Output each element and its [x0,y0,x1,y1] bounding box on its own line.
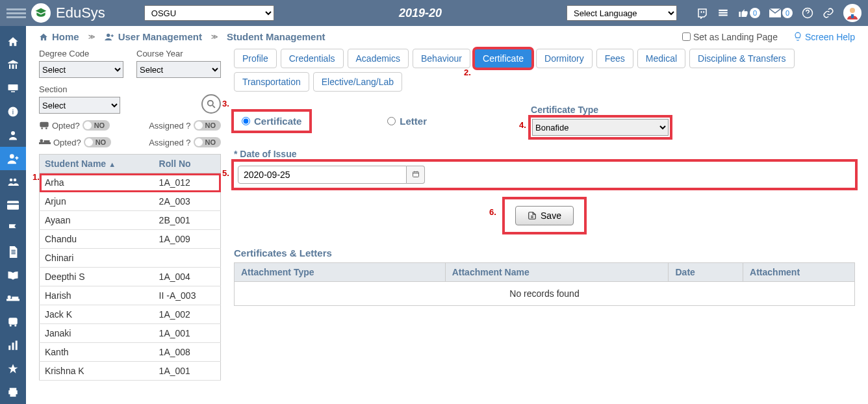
bed-opted-toggle[interactable]: NO [84,137,112,147]
letter-radio[interactable]: Letter [387,116,427,127]
sidebar-info[interactable]: i [0,100,26,123]
bus-assigned: Assigned ? NO [149,120,221,131]
annotation-5: 5. [222,168,229,178]
certificate-radio[interactable]: Certificate [242,116,301,127]
date-input[interactable] [238,166,407,184]
tab-academics[interactable]: Academics [348,49,409,68]
bed-assigned-toggle[interactable]: NO [194,137,222,147]
tabs: ProfileCredentialsAcademicsBehaviourCert… [234,49,855,92]
tab-discipline-transfers[interactable]: Discipline & Transfers [689,49,794,68]
tab-credentials[interactable]: Credentials [281,49,344,68]
sidebar-user[interactable] [0,123,26,147]
sidebar-file[interactable] [0,240,26,264]
bus-opted: Opted? NO [39,120,110,131]
table-row[interactable]: HarishII -A_003 [40,286,221,305]
col-name: Attachment Name [445,263,669,282]
svg-point-32 [45,127,47,129]
svg-rect-16 [6,299,19,301]
breadcrumb-user-mgmt[interactable]: User Management [104,31,202,42]
svg-rect-15 [7,203,19,205]
svg-point-21 [14,325,16,327]
svg-rect-5 [851,14,854,18]
table-row[interactable]: Krishna K1A_001 [40,362,221,381]
sidebar-desktop[interactable] [0,77,26,100]
set-landing-checkbox[interactable]: Set as Landing Page [682,32,778,42]
sidebar-institution[interactable] [0,53,26,77]
svg-point-4 [850,8,855,13]
institution-select[interactable]: OSGU [144,5,274,21]
table-row[interactable]: Chandu1A_009 [40,230,221,249]
svg-rect-35 [44,140,50,142]
link-icon[interactable] [823,7,834,19]
sidebar-user-add[interactable] [0,147,26,170]
svg-point-20 [10,325,12,327]
svg-rect-18 [12,297,18,299]
svg-rect-19 [8,318,18,325]
sidebar-flag[interactable] [0,217,26,240]
tab-certificate[interactable]: Certificate [474,49,532,68]
svg-rect-1 [719,12,728,14]
bus-assigned-toggle[interactable]: NO [194,120,222,131]
avatar[interactable] [843,4,862,22]
svg-rect-24 [16,341,18,350]
cert-type-select[interactable]: Bonafide [532,119,669,136]
annotation-4: 4. [519,120,526,130]
brand-name: EduSys [56,5,105,21]
table-row[interactable]: Ayaan2B_001 [40,211,221,230]
brand-logo[interactable] [31,3,51,23]
course-year-select[interactable]: Select [136,61,221,78]
sidebar-star[interactable] [0,357,26,381]
sidebar-book[interactable] [0,264,26,287]
tab-elective-lang-lab[interactable]: Elective/Lang/Lab [313,72,402,92]
records-table: Attachment Type Attachment Name Date Att… [234,262,855,306]
sidebar-print[interactable] [0,381,26,404]
tab-profile[interactable]: Profile [234,49,277,68]
bus-opted-toggle[interactable]: NO [83,120,110,131]
sidebar-users[interactable] [0,170,26,194]
hamburger-icon[interactable] [6,6,26,20]
search-button[interactable] [201,94,221,114]
tab-transportation[interactable]: Transportation [234,72,309,92]
col-date: Date [669,263,743,282]
sidebar-chart[interactable] [0,334,26,357]
no-records: No records found [235,282,855,306]
table-row[interactable]: Arjun2A_003 [40,192,221,211]
twitch-icon[interactable] [696,7,708,19]
tab-dormitory[interactable]: Dormitory [536,49,593,68]
col-type: Attachment Type [235,263,446,282]
table-row[interactable]: Arha1A_012 [40,173,221,192]
svg-point-29 [208,101,213,106]
mail-icon[interactable]: 0 [769,8,793,18]
svg-point-13 [14,179,17,182]
roll-no-header[interactable]: Roll No [154,155,221,173]
tab-behaviour[interactable]: Behaviour [413,49,470,68]
table-row[interactable]: Chinari [40,249,221,268]
svg-rect-2 [719,14,728,16]
list-icon[interactable] [717,7,729,19]
language-select[interactable]: Select Language [567,5,677,21]
date-picker-button[interactable] [407,166,425,184]
breadcrumb-home[interactable]: Home [39,31,79,42]
help-icon[interactable] [802,7,813,19]
degree-code-select[interactable]: Select [39,61,123,78]
table-row[interactable]: Kanth1A_008 [40,343,221,362]
sidebar-home[interactable] [0,30,26,53]
sidebar-card[interactable] [0,194,26,217]
student-name-header[interactable]: Student Name▲ [40,155,154,173]
col-attachment: Attachment [743,263,855,282]
table-row[interactable]: Janaki1A_001 [40,324,221,343]
tab-medical[interactable]: Medical [637,49,685,68]
sidebar-bus[interactable] [0,310,26,334]
save-button[interactable]: Save [515,206,574,225]
cert-type-label: Certificate Type [531,105,670,115]
tab-fees[interactable]: Fees [596,49,633,68]
course-year-label: Course Year [136,49,221,58]
sidebar-bed[interactable] [0,287,26,310]
screen-help-link[interactable]: Screen Help [793,32,855,42]
top-icons: 0 0 [696,4,862,22]
bed-assigned: Assigned ? NO [149,137,221,147]
table-row[interactable]: Jack K1A_002 [40,305,221,324]
thumb-icon[interactable]: 0 [738,8,760,18]
table-row[interactable]: Deepthi S1A_004 [40,268,221,286]
section-select[interactable]: Select [39,97,120,114]
